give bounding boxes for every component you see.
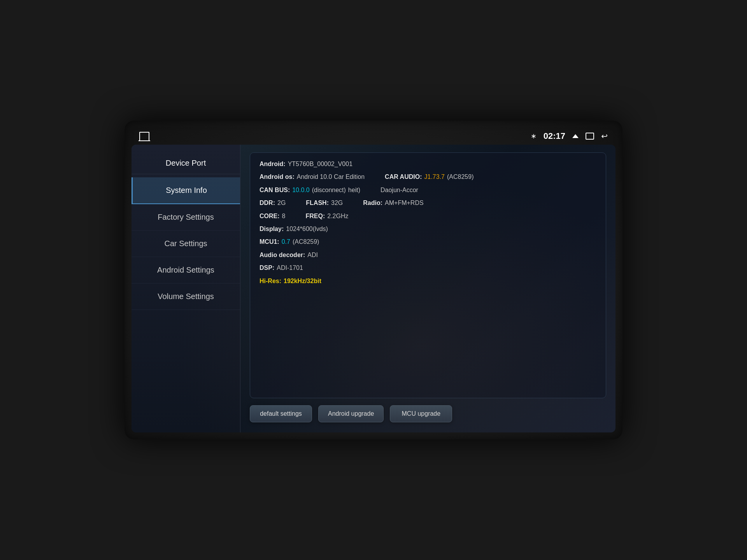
hi-res-row: Hi-Res: 192kHz/32bit (260, 277, 596, 285)
freq-value: 2.2GHz (327, 212, 348, 220)
radio-value: AM+FM+RDS (385, 199, 424, 207)
main-screen: Device Port System Info Factory Settings… (132, 145, 615, 432)
status-bar-right: ∗ 02:17 ↪ (531, 131, 608, 141)
dsp-row: DSP: ADI-1701 (260, 264, 596, 272)
buttons-row: default settings Android upgrade MCU upg… (250, 403, 606, 425)
core-value: 8 (282, 212, 286, 220)
radio-label: Radio: (363, 199, 382, 207)
default-settings-button[interactable]: default settings (250, 405, 312, 422)
sidebar-item-volume-settings[interactable]: Volume Settings (132, 284, 240, 310)
back-icon[interactable]: ↪ (601, 131, 608, 141)
car-audio-label: CAR AUDIO: (385, 173, 422, 181)
core-freq-row: CORE: 8 FREQ: 2.2GHz (260, 212, 596, 220)
recent-apps-icon[interactable] (586, 133, 594, 140)
can-bus-row: CAN BUS: 10.0.0 (disconnect) heit) Daoju… (260, 186, 596, 194)
audio-decoder-row: Audio decoder: ADI (260, 251, 596, 259)
sidebar-item-factory-settings[interactable]: Factory Settings (132, 204, 240, 231)
mcu-label: MCU1: (260, 238, 279, 246)
core-label: CORE: (260, 212, 280, 220)
hi-res-value: 192kHz/32bit (284, 277, 321, 285)
chevron-up-icon[interactable] (572, 134, 579, 138)
bluetooth-icon: ∗ (531, 132, 537, 140)
status-bar-left (139, 132, 149, 140)
flash-value: 32G (331, 199, 343, 207)
car-audio-version: J1.73.7 (424, 173, 445, 181)
can-bus-value: 10.0.0 (292, 186, 309, 194)
display-label: Display: (260, 225, 284, 233)
car-audio-chip: (AC8259) (447, 173, 473, 181)
sidebar: Device Port System Info Factory Settings… (132, 145, 240, 432)
flash-label: FLASH: (306, 199, 329, 207)
android-label: Android: (260, 160, 286, 168)
freq-label: FREQ: (305, 212, 325, 220)
dsp-value: ADI-1701 (277, 264, 303, 272)
sidebar-item-system-info[interactable]: System Info (132, 177, 240, 204)
can-bus-extra2: Daojun-Accor (381, 186, 418, 194)
ddr-value: 2G (277, 199, 286, 207)
system-info-panel: Android: YT5760B_00002_V001 Android os: … (250, 152, 606, 398)
audio-decoder-label: Audio decoder: (260, 251, 305, 259)
home-icon[interactable] (139, 132, 149, 140)
dsp-label: DSP: (260, 264, 274, 272)
audio-decoder-value: ADI (307, 251, 318, 259)
main-content: Android: YT5760B_00002_V001 Android os: … (240, 145, 615, 432)
mcu-upgrade-button[interactable]: MCU upgrade (390, 405, 452, 422)
android-os-value: Android 10.0 Car Edition (297, 173, 365, 181)
android-upgrade-button[interactable]: Android upgrade (318, 405, 384, 422)
device-frame: ∗ 02:17 ↪ Device Port System Info Factor… (124, 121, 622, 439)
ddr-flash-row: DDR: 2G FLASH: 32G Radio: AM+FM+RDS (260, 199, 596, 207)
android-os-row: Android os: Android 10.0 Car Edition CAR… (260, 173, 596, 181)
ddr-label: DDR: (260, 199, 275, 207)
status-bar: ∗ 02:17 ↪ (132, 128, 615, 145)
device-port-label: Device Port (132, 152, 240, 174)
display-row: Display: 1024*600(lvds) (260, 225, 596, 233)
mcu-row: MCU1: 0.7 (AC8259) (260, 238, 596, 246)
can-bus-status: (disconnect) (312, 186, 346, 194)
android-value: YT5760B_00002_V001 (288, 160, 352, 168)
can-bus-extra1: heit) (348, 186, 360, 194)
hi-res-label: Hi-Res: (260, 277, 281, 285)
display-value: 1024*600(lvds) (286, 225, 328, 233)
time-display: 02:17 (544, 131, 565, 141)
sidebar-item-android-settings[interactable]: Android Settings (132, 257, 240, 284)
android-os-label: Android os: (260, 173, 295, 181)
can-bus-label: CAN BUS: (260, 186, 290, 194)
mcu-chip: (AC8259) (293, 238, 319, 246)
sidebar-item-car-settings[interactable]: Car Settings (132, 231, 240, 257)
mcu-version: 0.7 (282, 238, 290, 246)
android-row: Android: YT5760B_00002_V001 (260, 160, 596, 168)
